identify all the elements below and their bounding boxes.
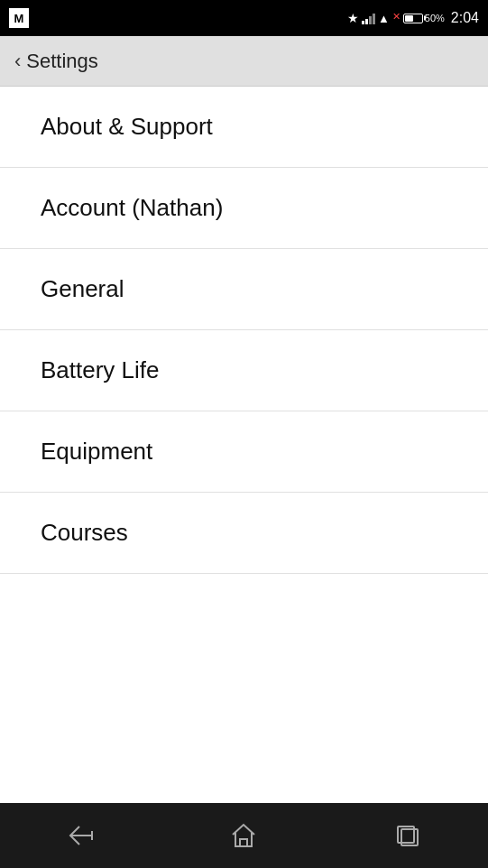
- nav-bar: ‹ Settings: [0, 36, 488, 87]
- status-bar-left: M: [9, 8, 29, 28]
- back-nav-icon: [68, 824, 95, 847]
- settings-list: About & SupportAccount (Nathan)GeneralBa…: [0, 87, 488, 803]
- battery-outline: [403, 14, 423, 23]
- back-nav-button[interactable]: [50, 813, 113, 858]
- home-nav-button[interactable]: [212, 813, 275, 858]
- status-bar: M ★ ▲ ✕ 50% 2:04: [0, 0, 488, 36]
- recents-nav-icon: [394, 823, 419, 848]
- back-chevron-icon: ‹: [14, 50, 21, 73]
- page-title: Settings: [26, 50, 98, 73]
- signal-bars: [362, 12, 375, 24]
- settings-item-courses[interactable]: Courses: [0, 493, 488, 574]
- settings-item-battery-life[interactable]: Battery Life: [0, 330, 488, 411]
- settings-item-equipment[interactable]: Equipment: [0, 411, 488, 493]
- settings-item-label-account: Account (Nathan): [41, 194, 223, 222]
- home-nav-icon: [230, 823, 257, 848]
- settings-item-label-general: General: [41, 275, 124, 303]
- settings-item-label-battery-life: Battery Life: [41, 356, 160, 384]
- svg-rect-2: [240, 839, 247, 846]
- battery-fill: [405, 15, 413, 22]
- bottom-nav-bar: [0, 803, 488, 868]
- settings-item-general[interactable]: General: [0, 249, 488, 330]
- status-time: 2:04: [451, 10, 479, 26]
- bluetooth-icon: ★: [347, 11, 359, 25]
- settings-item-account[interactable]: Account (Nathan): [0, 168, 488, 249]
- wifi-icon: ▲: [378, 12, 390, 25]
- battery-indicator: 50%: [403, 13, 445, 23]
- gmail-icon: M: [9, 8, 29, 28]
- settings-item-about-support[interactable]: About & Support: [0, 87, 488, 168]
- settings-item-label-courses: Courses: [41, 519, 128, 547]
- back-button[interactable]: ‹ Settings: [14, 50, 98, 73]
- recents-nav-button[interactable]: [375, 813, 438, 858]
- settings-item-label-equipment: Equipment: [41, 438, 152, 466]
- status-bar-right: ★ ▲ ✕ 50% 2:04: [347, 10, 479, 26]
- no-signal-icon: ✕: [392, 11, 401, 23]
- settings-item-label-about-support: About & Support: [41, 113, 213, 141]
- battery-percent: 50%: [425, 13, 445, 23]
